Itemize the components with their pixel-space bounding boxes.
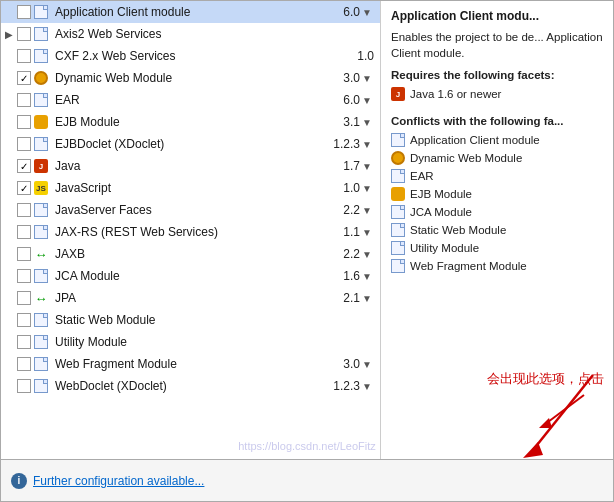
facet-version: 1.0 xyxy=(343,181,360,195)
list-item-dynamic-web[interactable]: ✓Dynamic Web Module3.0▼ xyxy=(1,67,380,89)
conflicts-item: EJB Module xyxy=(391,185,603,203)
java-icon: J xyxy=(35,158,51,174)
version-dropdown-icon[interactable]: ▼ xyxy=(362,271,376,282)
facet-checkbox[interactable] xyxy=(17,137,31,151)
facet-checkbox[interactable] xyxy=(17,225,31,239)
facet-version: 3.1 xyxy=(343,115,360,129)
facet-checkbox[interactable] xyxy=(17,27,31,41)
list-item-ear[interactable]: EAR6.0▼ xyxy=(1,89,380,111)
facet-details-panel: Application Client modu... Enables the p… xyxy=(381,1,613,459)
facet-checkbox[interactable] xyxy=(17,379,31,393)
list-item-axis2[interactable]: ▶Axis2 Web Services xyxy=(1,23,380,45)
facet-checkbox[interactable]: ✓ xyxy=(17,159,31,173)
list-item-webdoclet[interactable]: WebDoclet (XDoclet)1.2.3▼ xyxy=(1,375,380,397)
conflicts-item: Static Web Module xyxy=(391,221,603,239)
list-item-jsf[interactable]: JavaServer Faces2.2▼ xyxy=(1,199,380,221)
facet-label: Axis2 Web Services xyxy=(55,27,376,41)
facet-version: 6.0 xyxy=(343,93,360,107)
facet-checkbox[interactable] xyxy=(17,357,31,371)
list-item-ejbdoclet[interactable]: EJBDoclet (XDoclet)1.2.3▼ xyxy=(1,133,380,155)
facet-version: 1.7 xyxy=(343,159,360,173)
list-item-jca[interactable]: JCA Module1.6▼ xyxy=(1,265,380,287)
version-dropdown-icon[interactable]: ▼ xyxy=(362,205,376,216)
version-dropdown-icon[interactable]: ▼ xyxy=(362,95,376,106)
conflicts-item: Application Client module xyxy=(391,131,603,149)
facet-checkbox[interactable] xyxy=(17,335,31,349)
facet-checkbox[interactable] xyxy=(17,313,31,327)
facet-version: 1.2.3 xyxy=(333,137,360,151)
list-item-web-fragment[interactable]: Web Fragment Module3.0▼ xyxy=(1,353,380,375)
facet-label: Java xyxy=(55,159,343,173)
list-item-jaxrs[interactable]: JAX-RS (REST Web Services)1.1▼ xyxy=(1,221,380,243)
version-dropdown-icon[interactable]: ▼ xyxy=(362,249,376,260)
list-item-java[interactable]: ✓JJava1.7▼ xyxy=(1,155,380,177)
facet-version: 3.0 xyxy=(343,71,360,85)
facet-label: EJBDoclet (XDoclet) xyxy=(55,137,333,151)
facet-checkbox[interactable] xyxy=(17,247,31,261)
version-dropdown-icon[interactable]: ▼ xyxy=(362,381,376,392)
doc-icon xyxy=(35,334,51,350)
list-item-javascript[interactable]: ✓JSJavaScript1.0▼ xyxy=(1,177,380,199)
facet-version: 1.1 xyxy=(343,225,360,239)
facet-version: 1.6 xyxy=(343,269,360,283)
version-dropdown-icon[interactable]: ▼ xyxy=(362,161,376,172)
facet-label: WebDoclet (XDoclet) xyxy=(55,379,333,393)
conflicts-item: Utility Module xyxy=(391,239,603,257)
facet-checkbox[interactable] xyxy=(17,49,31,63)
version-dropdown-icon[interactable]: ▼ xyxy=(362,183,376,194)
conflicts-item: JCA Module xyxy=(391,203,603,221)
facet-checkbox[interactable] xyxy=(17,291,31,305)
list-item-cxf[interactable]: CXF 2.x Web Services1.0 xyxy=(1,45,380,67)
doc-icon xyxy=(35,48,51,64)
jaxb-icon: ↔ xyxy=(35,246,51,262)
version-dropdown-icon[interactable]: ▼ xyxy=(362,117,376,128)
facet-label: EAR xyxy=(55,93,343,107)
requires-item: JJava 1.6 or newer xyxy=(391,85,603,103)
doc-icon xyxy=(35,378,51,394)
facet-checkbox[interactable] xyxy=(17,115,31,129)
facet-label: JAX-RS (REST Web Services) xyxy=(55,225,343,239)
version-dropdown-icon[interactable]: ▼ xyxy=(362,359,376,370)
list-item-ejb[interactable]: EJB Module3.1▼ xyxy=(1,111,380,133)
doc-icon xyxy=(35,136,51,152)
bottom-bar: i Further configuration available... xyxy=(0,460,614,502)
facet-label: JavaServer Faces xyxy=(55,203,343,217)
doc-icon xyxy=(35,4,51,20)
facet-version: 1.2.3 xyxy=(333,379,360,393)
jpa-icon: ↔ xyxy=(35,290,51,306)
facets-list[interactable]: Application Client module6.0▼▶Axis2 Web … xyxy=(1,1,381,459)
list-item-utility[interactable]: Utility Module xyxy=(1,331,380,353)
version-dropdown-icon[interactable]: ▼ xyxy=(362,227,376,238)
js-icon: JS xyxy=(35,180,51,196)
facet-label: JavaScript xyxy=(55,181,343,195)
doc-icon xyxy=(35,356,51,372)
facet-version: 1.0 xyxy=(357,49,374,63)
facet-checkbox[interactable]: ✓ xyxy=(17,71,31,85)
facet-version: 2.2 xyxy=(343,203,360,217)
facet-checkbox[interactable] xyxy=(17,5,31,19)
expand-arrow-icon: ▶ xyxy=(5,29,17,40)
doc-icon xyxy=(35,92,51,108)
list-item-static-web[interactable]: Static Web Module xyxy=(1,309,380,331)
facet-label: Application Client module xyxy=(55,5,343,19)
conflicts-item: Dynamic Web Module xyxy=(391,149,603,167)
facet-checkbox[interactable] xyxy=(17,93,31,107)
list-item-app-client[interactable]: Application Client module6.0▼ xyxy=(1,1,380,23)
facet-label: Static Web Module xyxy=(55,313,376,327)
facet-label: Utility Module xyxy=(55,335,376,349)
facet-checkbox[interactable] xyxy=(17,269,31,283)
version-dropdown-icon[interactable]: ▼ xyxy=(362,139,376,150)
facet-checkbox[interactable]: ✓ xyxy=(17,181,31,195)
conflicts-item: Web Fragment Module xyxy=(391,257,603,275)
facet-checkbox[interactable] xyxy=(17,203,31,217)
further-config-link[interactable]: Further configuration available... xyxy=(33,474,204,488)
version-dropdown-icon[interactable]: ▼ xyxy=(362,73,376,84)
facet-version: 6.0 xyxy=(343,5,360,19)
facet-label: JAXB xyxy=(55,247,343,261)
list-item-jaxb[interactable]: ↔JAXB2.2▼ xyxy=(1,243,380,265)
conflicts-title: Conflicts with the following fa... xyxy=(391,115,603,127)
version-dropdown-icon[interactable]: ▼ xyxy=(362,7,376,18)
version-dropdown-icon[interactable]: ▼ xyxy=(362,293,376,304)
list-item-jpa[interactable]: ↔JPA2.1▼ xyxy=(1,287,380,309)
dynamic-icon xyxy=(35,70,51,86)
